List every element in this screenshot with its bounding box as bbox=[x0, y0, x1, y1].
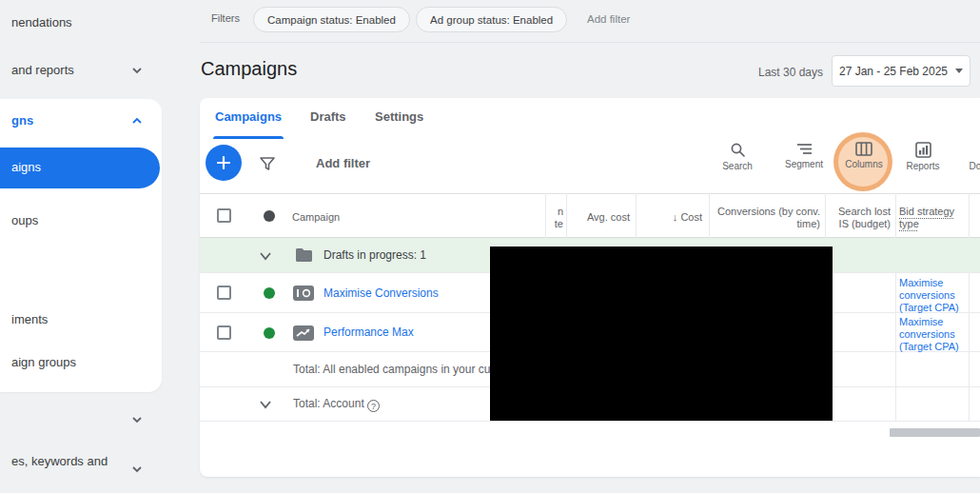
performance-max-icon bbox=[293, 325, 314, 341]
columns-icon bbox=[855, 142, 872, 156]
chevron-down-icon bbox=[955, 69, 963, 73]
status-enabled-dot[interactable] bbox=[264, 287, 275, 299]
active-tab-indicator bbox=[213, 136, 284, 139]
sidebar-item-recommendations[interactable]: nendations bbox=[11, 15, 72, 30]
filter-chip-label: Ad group status: Enabled bbox=[430, 14, 553, 26]
table-add-filter[interactable]: Add filter bbox=[316, 156, 370, 170]
chevron-down-icon[interactable] bbox=[131, 65, 143, 76]
col-line2: time) bbox=[714, 218, 820, 230]
sidebar-item-experiments[interactable]: iments bbox=[11, 312, 48, 326]
chevron-down-icon[interactable] bbox=[259, 250, 272, 262]
status-filter-dot[interactable] bbox=[264, 210, 275, 222]
sidebar-item-insights-reports[interactable]: and reports bbox=[11, 63, 74, 77]
col-conversions[interactable]: Conversions (by conv. time) bbox=[714, 206, 820, 230]
folder-icon bbox=[295, 247, 313, 263]
download-button[interactable]: Do bbox=[961, 142, 980, 180]
filter-chip-label: Campaign status: Enabled bbox=[267, 14, 396, 26]
date-range-value: 27 Jan - 25 Feb 2025 bbox=[839, 65, 948, 78]
chevron-down-icon[interactable] bbox=[259, 399, 272, 410]
col-campaign[interactable]: Campaign bbox=[292, 211, 340, 224]
sort-arrow-icon: ↓ bbox=[673, 211, 678, 223]
sidebar: nendations and reports gns aigns oups im… bbox=[0, 0, 190, 493]
download-label: Do bbox=[970, 161, 980, 171]
sidebar-item-audiences-keywords[interactable]: es, keywords and bbox=[11, 454, 108, 468]
row-checkbox[interactable] bbox=[217, 325, 231, 340]
chevron-down-icon[interactable] bbox=[131, 414, 143, 425]
col-line2: IS (budget) bbox=[828, 218, 891, 230]
sidebar-item-label: aigns bbox=[11, 160, 41, 174]
status-enabled-dot[interactable] bbox=[264, 327, 275, 339]
filter-chip-ad-group-status[interactable]: Ad group status: Enabled bbox=[416, 7, 567, 32]
total-account-text: Total: Account bbox=[293, 397, 364, 410]
help-icon[interactable]: ? bbox=[367, 400, 380, 412]
columns-label: Columns bbox=[845, 159, 882, 169]
chevron-up-icon[interactable] bbox=[131, 115, 143, 127]
reports-label: Reports bbox=[906, 161, 939, 171]
filters-label: Filters bbox=[211, 12, 240, 24]
add-filter-link[interactable]: Add filter bbox=[587, 13, 630, 25]
segment-icon bbox=[796, 142, 813, 156]
col-line2: te bbox=[546, 218, 563, 230]
new-campaign-button[interactable] bbox=[206, 145, 242, 181]
reports-icon bbox=[915, 142, 931, 158]
horizontal-scrollbar[interactable] bbox=[890, 428, 980, 437]
segment-label: Segment bbox=[785, 159, 823, 169]
search-label: Search bbox=[722, 161, 753, 171]
plus-icon bbox=[215, 154, 232, 171]
google-ads-campaigns-page: { "sidebar": { "recommendations": "nenda… bbox=[0, 0, 980, 493]
filter-funnel-icon[interactable] bbox=[259, 155, 276, 172]
campaign-name-link[interactable]: Maximise Conversions bbox=[323, 286, 439, 300]
total-account-label: Total: Account ? bbox=[293, 397, 380, 412]
tab-campaigns[interactable]: Campaigns bbox=[215, 109, 282, 124]
select-all-checkbox[interactable] bbox=[217, 208, 231, 223]
col-bid-strategy-type[interactable]: Bid strategy type bbox=[899, 206, 968, 230]
sidebar-item-ad-groups[interactable]: oups bbox=[11, 213, 38, 227]
drafts-row-label: Drafts in progress: 1 bbox=[323, 248, 426, 262]
col-line1: Conversions (by conv. bbox=[714, 206, 820, 218]
bid-strategy-link[interactable]: Maximise conversions (Target CPA) bbox=[899, 277, 971, 314]
tab-settings[interactable]: Settings bbox=[375, 109, 423, 124]
total-label: Total: All enabled campaigns in your cur… bbox=[293, 363, 507, 376]
segment-button[interactable]: Segment bbox=[776, 142, 832, 180]
sidebar-item-campaigns-active[interactable]: aigns bbox=[0, 148, 160, 188]
row-checkbox[interactable] bbox=[217, 286, 231, 300]
col-line1: Bid strategy bbox=[899, 206, 968, 218]
col-line1: Search lost bbox=[828, 206, 891, 218]
sidebar-item-campaign-groups[interactable]: aign groups bbox=[11, 355, 76, 369]
col-cost-label: Cost bbox=[680, 211, 702, 223]
date-range-label: Last 30 days bbox=[723, 66, 823, 79]
divider bbox=[200, 42, 980, 43]
sidebar-campaigns-panel: gns aigns oups iments aign groups bbox=[0, 99, 162, 392]
col-cost-sorted[interactable]: ↓ Cost bbox=[639, 211, 702, 224]
col-line1: n bbox=[546, 206, 563, 218]
redacted-region bbox=[490, 246, 833, 421]
search-campaign-icon bbox=[293, 286, 314, 301]
campaign-name-link[interactable]: Performance Max bbox=[323, 325, 414, 339]
col-search-lost-is[interactable]: Search lost IS (budget) bbox=[828, 206, 891, 230]
page-title: Campaigns bbox=[201, 58, 297, 80]
sidebar-section-campaigns[interactable]: gns bbox=[11, 113, 33, 128]
bid-strategy-link[interactable]: Maximise conversions (Target CPA) bbox=[899, 316, 971, 353]
reports-button[interactable]: Reports bbox=[895, 142, 951, 180]
columns-button[interactable]: Columns bbox=[836, 142, 892, 180]
filter-chip-campaign-status[interactable]: Campaign status: Enabled bbox=[253, 7, 410, 32]
tab-drafts[interactable]: Drafts bbox=[310, 109, 346, 124]
col-avg-cost[interactable]: Avg. cost bbox=[571, 211, 630, 224]
col-line2: type bbox=[899, 218, 968, 230]
col-truncated[interactable]: n te bbox=[546, 206, 563, 230]
date-range-selector[interactable]: 27 Jan - 25 Feb 2025 bbox=[832, 55, 970, 87]
search-icon bbox=[730, 142, 746, 158]
search-button[interactable]: Search bbox=[710, 142, 765, 180]
table-header: Campaign n te Avg. cost ↓ Cost Conversio… bbox=[200, 194, 980, 238]
chevron-down-icon[interactable] bbox=[131, 463, 143, 475]
